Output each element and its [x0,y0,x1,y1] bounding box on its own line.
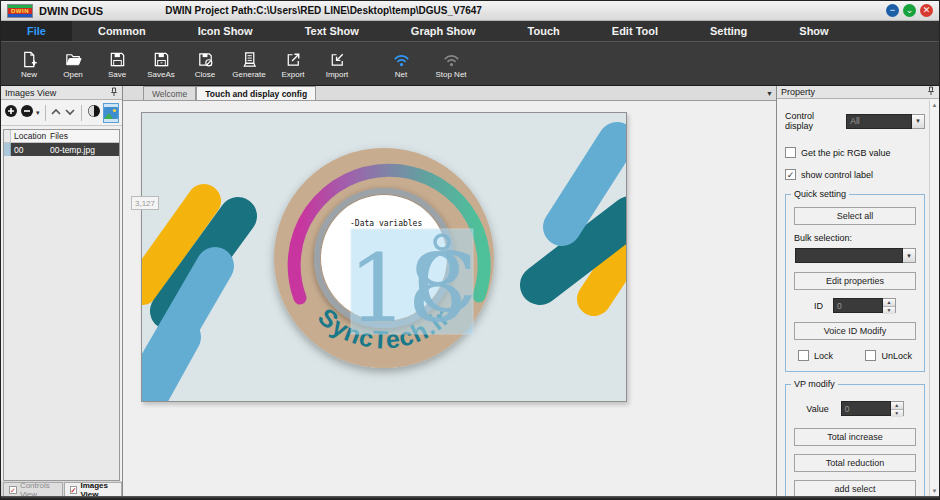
scroll-down-icon[interactable]: ▼ [932,488,938,494]
close-project-button[interactable]: Close [183,48,227,79]
menu-touch[interactable]: Touch [502,21,586,41]
titlebar: DWIN DWIN DGUS DWIN Project Path:C:\User… [1,1,939,21]
import-icon [328,50,347,69]
get-rgb-label: Get the pic RGB value [801,148,891,158]
window-bottom-edge [1,496,939,499]
row-file: 00-temp.jpg [47,145,119,155]
id-spinner[interactable]: 0 ▲▼ [833,298,896,313]
generate-button[interactable]: Generate [227,48,271,79]
unlock-label: UnLock [881,351,912,361]
value-spinner[interactable]: 0 ▲▼ [841,401,904,416]
toolbar-label: Open [63,70,83,79]
bulk-selection-label: Bulk selection: [794,233,916,243]
image-icon [104,107,118,119]
minimize-button[interactable]: − [886,4,899,17]
pin-icon[interactable] [927,86,935,98]
open-folder-icon [64,50,83,69]
page-image: SyncTech.ir 18 C -Data variables [142,113,626,401]
quick-setting-group: Quick setting Select all Bulk selection:… [785,194,925,372]
remove-image-button[interactable] [20,104,34,122]
property-title: Property [781,87,815,97]
dwin-logo-icon: DWIN [7,4,33,18]
export-button[interactable]: Export [271,48,315,79]
menu-graph-show[interactable]: Graph Show [385,21,502,41]
tab-controls-view[interactable]: ✓ Controls View [3,482,63,496]
tab-welcome[interactable]: Welcome [143,86,196,100]
design-canvas[interactable]: SyncTech.ir 18 C -Data variables [141,112,627,402]
image-mode-button[interactable] [103,103,119,123]
images-table: Location Files 00 00-temp.jpg [3,129,120,481]
menu-show[interactable]: Show [773,21,854,41]
property-scrollbar[interactable]: ▲ ▼ [929,100,939,496]
menu-setting[interactable]: Setting [684,21,773,41]
left-decoration-bars [142,201,238,401]
new-button[interactable]: New [7,48,51,79]
select-all-button[interactable]: Select all [794,207,916,225]
stop-net-button[interactable]: Stop Net [423,48,479,79]
new-document-icon [20,50,39,69]
control-display-label: Control display [785,111,844,131]
scroll-up-icon[interactable]: ▲ [932,102,938,108]
voice-id-modify-button[interactable]: Voice ID Modify [794,322,916,340]
bulk-selection-select[interactable] [795,248,903,263]
row-location: 00 [11,145,47,155]
spin-down-icon: ▼ [891,409,903,417]
tab-list-dropdown-icon[interactable]: ▼ [766,90,773,97]
add-image-button[interactable] [4,104,18,122]
open-button[interactable]: Open [51,48,95,79]
saveas-floppy-icon [152,50,171,69]
menu-icon-show[interactable]: Icon Show [172,21,279,41]
toolbar-label: New [21,70,37,79]
spin-up-icon: ▲ [891,402,903,409]
menu-text-show[interactable]: Text Show [279,21,385,41]
menu-edit-tool[interactable]: Edit Tool [586,21,684,41]
save-floppy-icon [108,50,127,69]
data-variable-control[interactable]: -Data variables [350,219,473,334]
save-button[interactable]: Save [95,48,139,79]
menu-file[interactable]: File [1,21,72,41]
add-select-button[interactable]: add select [794,480,916,496]
import-button[interactable]: Import [315,48,359,79]
total-increase-button[interactable]: Total increase [794,428,916,446]
edit-properties-button[interactable]: Edit properties [794,272,916,290]
get-rgb-checkbox[interactable] [785,147,796,158]
control-display-select[interactable]: All [846,114,912,129]
coordinate-tooltip: 3,127 [131,196,159,210]
toolbar-label: Stop Net [435,70,466,79]
move-up-button[interactable] [50,104,62,122]
design-viewport: 3,127 [123,101,776,496]
toolbar: New Open Save SaveAs Close Generate Expo… [1,41,939,86]
close-button[interactable]: ✕ [920,4,933,17]
check-icon: ✓ [9,486,17,494]
total-reduction-button[interactable]: Total reduction [794,454,916,472]
remove-dropdown-icon[interactable]: ▾ [36,109,40,117]
move-down-button[interactable] [64,104,76,122]
show-control-label-label: show control label [801,170,873,180]
tab-images-view[interactable]: ✓ Images View [64,482,122,496]
lock-checkbox[interactable] [798,350,809,361]
dock-tab-strip: ✓ Controls View ✓ Images View [1,481,122,496]
app-title: DWIN DGUS [39,5,103,17]
maximize-button[interactable]: ⌄ [903,4,916,17]
saveas-button[interactable]: SaveAs [139,48,183,79]
show-control-label-checkbox[interactable] [785,169,796,180]
images-view-panel: Images View ▾ [1,86,123,496]
unlock-checkbox[interactable] [865,350,876,361]
images-view-title: Images View [5,88,56,98]
vp-modify-group: VP modify Value 0 ▲▼ Total increase Tota… [785,384,925,496]
tab-touch-display-config[interactable]: Touch and display config [196,86,316,100]
pin-icon[interactable] [110,87,118,99]
spin-up-icon: ▲ [883,299,895,306]
chevron-down-icon[interactable]: ▼ [903,248,916,263]
toolbar-label: Save [108,70,126,79]
chevron-down-icon[interactable]: ▼ [912,114,925,129]
table-row[interactable]: 00 00-temp.jpg [4,143,119,156]
net-button[interactable]: Net [379,48,423,79]
toolbar-label: Generate [232,70,265,79]
col-files: Files [47,131,119,141]
check-icon: ✓ [70,486,78,494]
menu-common[interactable]: Common [72,21,172,41]
col-location: Location [11,131,47,141]
preview-eye-icon[interactable] [87,104,101,122]
stop-net-wifi-icon [442,50,461,69]
